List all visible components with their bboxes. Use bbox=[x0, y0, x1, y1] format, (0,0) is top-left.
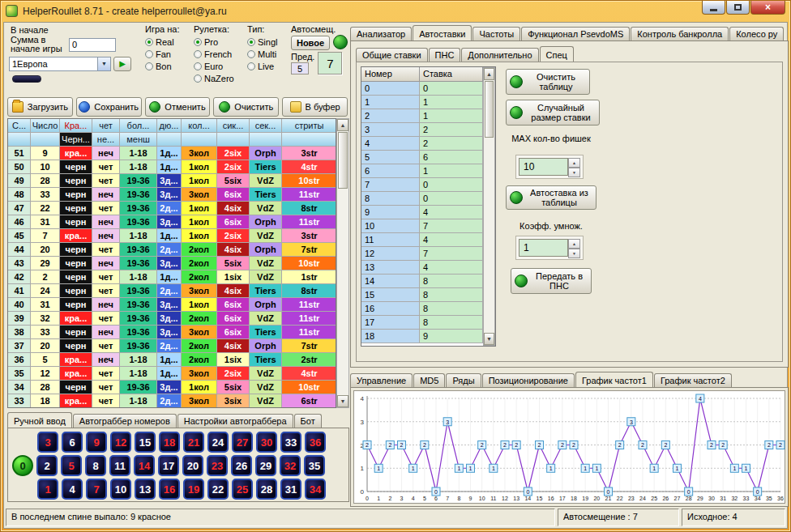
history-row[interactable]: 3932кра...чет19-363д...2кол6sixVdZ11str bbox=[8, 312, 336, 326]
bet-scroll-thumb[interactable] bbox=[485, 81, 494, 138]
scroll-thumb[interactable] bbox=[338, 132, 348, 189]
number-27-button[interactable]: 27 bbox=[232, 432, 253, 453]
radio-euro[interactable]: Euro bbox=[194, 60, 246, 72]
tab-bottom-0[interactable]: Управление bbox=[350, 373, 413, 387]
number-18-button[interactable]: 18 bbox=[159, 432, 180, 453]
title-bar[interactable]: HelperRoullet 8.71 - create helperroulle… bbox=[1, 1, 790, 21]
bet-row[interactable]: 70 bbox=[361, 178, 495, 192]
number-17-button[interactable]: 17 bbox=[158, 455, 179, 476]
history-row[interactable]: 365кра...неч1-181д...2кол1sixTiers2str bbox=[8, 353, 336, 367]
tab-bottom-4[interactable]: График частот1 bbox=[575, 372, 653, 387]
random-bet-size-button[interactable]: Случайный размер ставки bbox=[506, 100, 600, 126]
number-10-button[interactable]: 10 bbox=[110, 479, 131, 500]
number-16-button[interactable]: 16 bbox=[159, 479, 180, 500]
history-scrollbar[interactable]: ▲ ▼ bbox=[336, 118, 349, 408]
copy-buffer-button[interactable]: В буфер bbox=[282, 97, 348, 117]
tab-sub-1[interactable]: ПНС bbox=[429, 48, 461, 62]
bet-row[interactable]: 178 bbox=[361, 316, 495, 330]
radio-real[interactable]: Real bbox=[145, 36, 192, 48]
history-row[interactable]: 4420чернчет19-362д...2кол4sixOrph7str bbox=[8, 243, 336, 257]
history-row[interactable]: 4329черннеч19-363д...2кол5sixVdZ10str bbox=[8, 257, 336, 270]
bet-scroll-up-icon[interactable]: ▲ bbox=[484, 68, 494, 80]
bet-row[interactable]: 32 bbox=[361, 123, 495, 137]
number-13-button[interactable]: 13 bbox=[135, 479, 156, 500]
number-24-button[interactable]: 24 bbox=[207, 432, 229, 453]
number-7-button[interactable]: 7 bbox=[86, 479, 107, 500]
tab-input-0[interactable]: Ручной ввод bbox=[7, 412, 72, 428]
combo-dropdown-icon[interactable]: ▼ bbox=[97, 57, 110, 70]
tab-main-4[interactable]: Контроль банкролла bbox=[631, 27, 729, 40]
bet-row[interactable]: 56 bbox=[361, 151, 495, 164]
tab-sub-2[interactable]: Дополнительно bbox=[461, 48, 538, 62]
scroll-up-icon[interactable]: ▲ bbox=[337, 119, 348, 131]
tab-sub-0[interactable]: Общие ставки bbox=[356, 48, 428, 62]
history-row[interactable]: 4928чернчет19-363д...1кол5sixVdZ10str bbox=[8, 174, 336, 188]
number-20-button[interactable]: 20 bbox=[182, 455, 203, 476]
number-29-button[interactable]: 29 bbox=[255, 455, 276, 476]
multiplier-value[interactable]: 1 bbox=[519, 239, 568, 257]
multiplier-up-icon[interactable]: ▲ bbox=[568, 239, 580, 249]
max-chips-up-icon[interactable]: ▲ bbox=[568, 158, 580, 168]
number-5-button[interactable]: 5 bbox=[61, 455, 82, 476]
number-30-button[interactable]: 30 bbox=[256, 432, 277, 453]
new-button[interactable]: Новое bbox=[291, 36, 330, 50]
number-33-button[interactable]: 33 bbox=[280, 432, 301, 453]
history-row[interactable]: 4124чернчет19-362д...3кол4sixTiers8str bbox=[8, 284, 336, 298]
history-row[interactable]: 4031черннеч19-363д...1кол6sixOrph11str bbox=[8, 298, 336, 312]
play-button[interactable]: ▶ bbox=[113, 57, 131, 71]
history-row[interactable]: 422чернчет1-181д...2кол1sixVdZ1str bbox=[8, 270, 336, 284]
number-9-button[interactable]: 9 bbox=[86, 432, 107, 453]
number-21-button[interactable]: 21 bbox=[183, 432, 204, 453]
tab-main-1[interactable]: Автоставки bbox=[413, 25, 472, 40]
number-32-button[interactable]: 32 bbox=[280, 455, 301, 476]
autobet-from-table-button[interactable]: Автоставка из таблицы bbox=[506, 185, 596, 210]
bet-row[interactable]: 107 bbox=[361, 219, 495, 233]
radio-live[interactable]: Live bbox=[247, 60, 289, 72]
maximize-button[interactable] bbox=[726, 1, 750, 15]
scroll-down-icon[interactable]: ▼ bbox=[337, 395, 348, 407]
number-2-button[interactable]: 2 bbox=[36, 455, 58, 476]
tab-input-1[interactable]: Автограббер номеров bbox=[73, 414, 177, 428]
history-row[interactable]: 519кра...неч1-181д...3кол2sixOrph3str bbox=[8, 147, 336, 160]
number-36-button[interactable]: 36 bbox=[305, 432, 326, 453]
history-row[interactable]: 3833черннеч19-363д...3кол6sixTiers11str bbox=[8, 326, 336, 339]
bet-scrollbar[interactable]: ▲ ▼ bbox=[483, 67, 495, 346]
bet-row[interactable]: 94 bbox=[361, 206, 495, 219]
number-8-button[interactable]: 8 bbox=[85, 455, 106, 476]
bet-row[interactable]: 80 bbox=[361, 192, 495, 206]
tab-bottom-5[interactable]: График частот2 bbox=[654, 373, 732, 387]
history-row[interactable]: 3318кра...чет1-182д...3кол3sixVdZ6str bbox=[8, 394, 336, 408]
bet-row[interactable]: 11 bbox=[361, 96, 495, 109]
tab-input-3[interactable]: Бот bbox=[294, 414, 322, 428]
bet-row[interactable]: 21 bbox=[361, 109, 495, 123]
history-row[interactable]: 4631черннеч19-363д...1кол6sixOrph11str bbox=[8, 215, 336, 229]
load-button[interactable]: Загрузить bbox=[7, 97, 73, 117]
save-button[interactable]: Сохранить bbox=[76, 97, 142, 117]
undo-button[interactable]: Отменить bbox=[145, 97, 211, 117]
tab-bottom-3[interactable]: Позиционирование bbox=[482, 373, 575, 387]
tab-main-2[interactable]: Частоты bbox=[472, 27, 520, 40]
number-25-button[interactable]: 25 bbox=[232, 479, 253, 500]
radio-fan[interactable]: Fan bbox=[145, 48, 192, 60]
tab-input-2[interactable]: Настройки автограббера bbox=[177, 414, 293, 428]
number-15-button[interactable]: 15 bbox=[135, 432, 156, 453]
tab-main-0[interactable]: Анализатор bbox=[350, 27, 412, 40]
strip-button[interactable] bbox=[12, 75, 41, 83]
multiplier-down-icon[interactable]: ▼ bbox=[568, 249, 580, 258]
start-sum-input[interactable] bbox=[69, 38, 116, 52]
history-row[interactable]: 3428чернчет19-363д...1кол5sixVdZ10str bbox=[8, 381, 336, 394]
bet-row[interactable]: 168 bbox=[361, 302, 495, 316]
number-12-button[interactable]: 12 bbox=[110, 432, 131, 453]
tab-main-3[interactable]: Функционал PsevdoMS bbox=[521, 27, 630, 40]
tab-main-5[interactable]: Колесо ру bbox=[729, 27, 784, 40]
bet-scroll-down-icon[interactable]: ▼ bbox=[484, 333, 494, 345]
history-row[interactable]: 5010чернчет1-181д...1кол2sixTiers4str bbox=[8, 160, 336, 174]
radio-pro[interactable]: Pro bbox=[194, 36, 246, 48]
radio-singl[interactable]: Singl bbox=[247, 36, 289, 48]
tab-bottom-1[interactable]: MD5 bbox=[413, 373, 445, 387]
radio-nazero[interactable]: NaZero bbox=[194, 72, 246, 84]
number-28-button[interactable]: 28 bbox=[256, 479, 277, 500]
minimize-button[interactable] bbox=[702, 1, 725, 15]
history-row[interactable]: 3512кра...чет1-181д...3кол2sixVdZ4str bbox=[8, 367, 336, 381]
bet-row[interactable]: 127 bbox=[361, 247, 495, 261]
